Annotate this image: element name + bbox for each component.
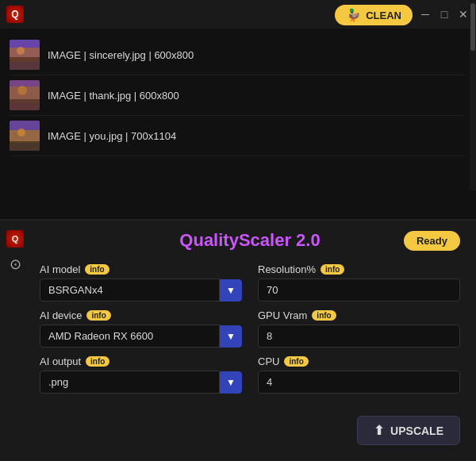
svg-point-6 [17, 86, 27, 95]
ai-output-label: AI output [40, 355, 81, 367]
ai-model-group: AI model info ▼ [40, 263, 242, 302]
gpu-vram-label: GPU Vram [258, 309, 307, 321]
ai-model-input[interactable] [40, 279, 220, 302]
resolution-input[interactable] [258, 279, 460, 302]
bottom-panel: Q ⊙ QualityScaler 2.0 Ready AI model inf… [0, 221, 476, 461]
ai-device-label: AI device [40, 309, 82, 321]
maximize-button[interactable]: □ [438, 8, 451, 21]
ai-output-label-row: AI output info [40, 355, 242, 367]
svg-rect-11 [10, 141, 40, 151]
app-logo: Q [6, 6, 24, 23]
ai-model-label-row: AI model info [40, 263, 242, 275]
ai-output-dropdown-btn[interactable]: ▼ [220, 371, 242, 394]
list-item[interactable]: IMAGE | you.jpg | 700x1104 [10, 116, 466, 156]
cpu-input[interactable] [258, 371, 460, 394]
ai-model-info-badge[interactable]: info [85, 264, 109, 275]
file-thumbnail [10, 121, 40, 151]
ai-device-label-row: AI device info [40, 309, 242, 321]
ai-model-dropdown-btn[interactable]: ▼ [220, 279, 242, 302]
svg-point-2 [17, 47, 25, 55]
cpu-group: CPU info [258, 355, 460, 394]
gpu-vram-label-row: GPU Vram info [258, 309, 460, 321]
resolution-label: Resolution% [258, 263, 316, 275]
ai-output-info-badge[interactable]: info [86, 356, 109, 367]
clean-button[interactable]: 🦆 CLEAN [335, 5, 413, 25]
gpu-vram-group: GPU Vram info [258, 309, 460, 348]
svg-rect-7 [10, 99, 40, 110]
minimize-button[interactable]: ─ [419, 8, 432, 21]
app-side-icon[interactable]: Q [6, 230, 24, 248]
side-icons: Q ⊙ [6, 230, 24, 273]
file-thumbnail [10, 40, 40, 70]
gpu-vram-input[interactable] [258, 325, 460, 348]
resolution-info-badge[interactable]: info [321, 264, 344, 275]
ai-device-dropdown-btn[interactable]: ▼ [220, 325, 242, 348]
ready-badge: Ready [404, 231, 460, 251]
ai-output-select-wrap: ▼ [40, 371, 242, 394]
panel-header: QualityScaler 2.0 Ready [40, 230, 460, 251]
cpu-info-badge[interactable]: info [284, 356, 308, 367]
list-item[interactable]: IMAGE | thank.jpg | 600x800 [10, 75, 466, 116]
title-bar-controls: ─ □ ✕ [419, 8, 470, 21]
close-button[interactable]: ✕ [457, 8, 470, 21]
ai-device-input[interactable] [40, 325, 220, 348]
ai-device-info-badge[interactable]: info [86, 310, 110, 321]
file-list-area: IMAGE | sincerely.jpg | 600x800 IMAGE | … [0, 29, 476, 219]
upscale-button[interactable]: ⬆ UPSCALE [357, 416, 460, 445]
ai-model-select-wrap: ▼ [40, 279, 242, 302]
svg-point-10 [17, 129, 25, 136]
resolution-group: Resolution% info [258, 263, 460, 302]
github-icon[interactable]: ⊙ [6, 255, 24, 273]
svg-rect-3 [10, 57, 40, 70]
ai-device-group: AI device info ▼ [40, 309, 242, 348]
clean-label: CLEAN [366, 10, 401, 21]
scrollbar[interactable] [470, 0, 476, 190]
file-name: IMAGE | sincerely.jpg | 600x800 [48, 49, 194, 61]
file-thumbnail [10, 80, 40, 110]
ai-output-group: AI output info ▼ [40, 355, 242, 394]
clean-icon: 🦆 [346, 8, 361, 22]
gpu-vram-info-badge[interactable]: info [312, 310, 336, 321]
cpu-label-row: CPU info [258, 355, 460, 367]
app-title: QualityScaler 2.0 [179, 230, 320, 251]
upscale-icon: ⬆ [374, 423, 384, 438]
title-bar: Q 🦆 CLEAN ─ □ ✕ [0, 0, 476, 29]
file-name: IMAGE | you.jpg | 700x1104 [48, 130, 176, 142]
resolution-label-row: Resolution% info [258, 263, 460, 275]
form-grid: AI model info ▼ Resolution% info AI devi… [40, 263, 460, 401]
scroll-thumb[interactable] [470, 3, 475, 51]
ai-device-select-wrap: ▼ [40, 325, 242, 348]
upscale-label: UPSCALE [390, 425, 443, 437]
cpu-label: CPU [258, 355, 279, 367]
list-item[interactable]: IMAGE | sincerely.jpg | 600x800 [10, 35, 466, 75]
ai-model-label: AI model [40, 263, 80, 275]
ai-output-input[interactable] [40, 371, 220, 394]
title-bar-left: Q [6, 6, 24, 23]
file-name: IMAGE | thank.jpg | 600x800 [48, 90, 179, 102]
